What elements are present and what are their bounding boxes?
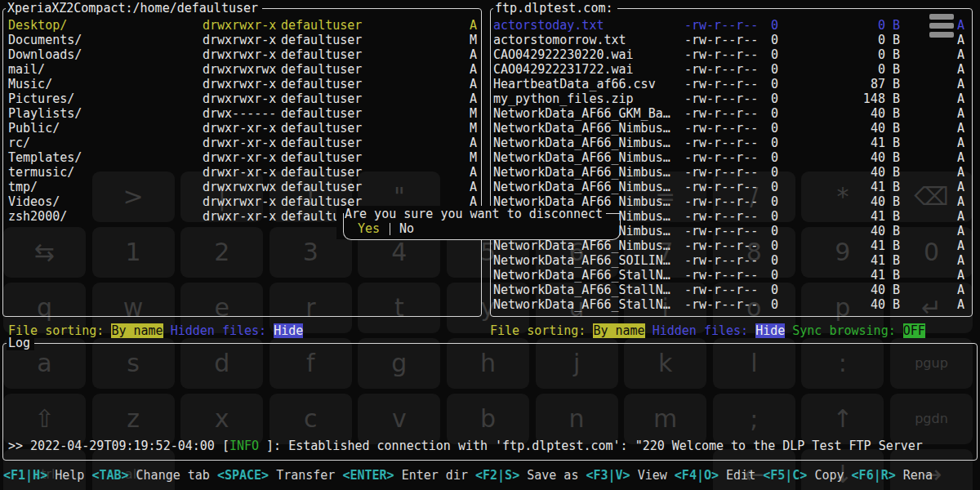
file-flag: A xyxy=(957,91,964,106)
file-name: CAO042922231722.wai xyxy=(493,62,634,77)
file-flag: A xyxy=(957,297,964,312)
file-row[interactable]: actorstoday.txt-rw-r--r--00 BA xyxy=(0,18,980,33)
hotkey-item[interactable]: <F6|R> Rena xyxy=(852,468,933,483)
file-perms: -rw-r--r-- xyxy=(684,150,758,165)
file-row[interactable]: actorstomorrow.txt-rw-r--r--00 BA xyxy=(0,33,980,47)
no-button[interactable]: No xyxy=(399,221,414,236)
remote-hidden-label: Hidden files: xyxy=(645,323,755,338)
hotkey-item[interactable]: <F4|O> Edit xyxy=(675,468,763,483)
file-flag: A xyxy=(957,180,964,194)
hotkey-item[interactable]: <F2|S> Save as xyxy=(475,468,586,483)
file-name: NetworkData_AF66_SOILIN… xyxy=(493,253,670,268)
file-size: 41 B xyxy=(841,238,900,253)
hotkey-item[interactable]: <F5|C> Copy xyxy=(763,468,851,483)
yes-button[interactable]: Yes xyxy=(358,221,380,236)
remote-sort-value[interactable]: By name xyxy=(593,323,644,338)
file-row[interactable]: my_python_files.zip-rw-r--r--0148 BA xyxy=(0,91,980,106)
file-perms: -rw-r--r-- xyxy=(684,47,758,62)
file-name: NetworkData_AF66_Nimbus… xyxy=(493,180,670,194)
file-row[interactable]: HeartbeatData_af66.csv-rw-r--r--087 BA xyxy=(0,77,980,91)
hotkey-item[interactable]: <TAB> Change tab xyxy=(91,468,217,483)
file-row[interactable]: NetworkData_AF66_Nimbus…-rw-r--r--040 BA xyxy=(0,121,980,136)
local-sort-value[interactable]: By name xyxy=(111,323,163,338)
file-flag: A xyxy=(957,47,964,62)
dialog-button-divider xyxy=(390,223,390,235)
file-row[interactable]: NetworkData_AF66_GKM_Ba…-rw-r--r--040 BA xyxy=(0,106,980,121)
file-perms: -rw-r--r-- xyxy=(684,209,758,224)
local-hidden-value[interactable]: Hide xyxy=(274,323,303,338)
file-name: NetworkData_AF66_Nimbus… xyxy=(493,165,670,180)
file-name: NetworkData_AF66_GKM_Ba… xyxy=(493,106,670,121)
file-owner: 0 xyxy=(771,121,778,136)
file-name: NetworkData_AF66_Nimbus… xyxy=(493,136,670,150)
file-size: 40 B xyxy=(841,121,900,136)
file-row[interactable]: NetworkData_AF66_SOILIN…-rw-r--r--041 BA xyxy=(0,253,980,268)
hotkey-item[interactable]: <F1|H> Help xyxy=(3,468,91,483)
file-perms: -rw-r--r-- xyxy=(684,62,758,77)
file-row[interactable]: NetworkData_AF66_Nimbus…-rw-r--r--040 BA xyxy=(0,150,980,165)
file-flag: A xyxy=(957,209,964,224)
file-name: my_python_files.zip xyxy=(493,91,634,106)
log-level-open: [ xyxy=(222,439,229,453)
local-panel-title: XperiaXZ2Compact:/home/defaultuser xyxy=(6,1,262,16)
file-owner: 0 xyxy=(771,136,778,150)
function-key-bar: <F1|H> Help <TAB> Change tab <SPACE> Tra… xyxy=(3,468,933,484)
file-name: actorstomorrow.txt xyxy=(493,33,626,47)
file-row[interactable]: NetworkData_AF66_StallN…-rw-r--r--041 BA xyxy=(0,268,980,283)
file-size: 41 B xyxy=(841,268,900,283)
file-size: 148 B xyxy=(841,91,900,106)
file-size: 0 B xyxy=(841,47,900,62)
hotkey-key: <SPACE> xyxy=(217,468,269,483)
hotkey-item[interactable]: <ENTER> Enter dir xyxy=(342,468,475,483)
file-row[interactable]: CAO042922230220.wai-rw-r--r--00 BA xyxy=(0,47,980,62)
log-prompt: >> xyxy=(8,439,30,453)
hotkey-label: Enter dir xyxy=(394,468,475,483)
file-owner: 0 xyxy=(771,180,778,194)
file-name: actorstoday.txt xyxy=(493,18,604,33)
log-panel-title: Log xyxy=(7,336,34,350)
file-row[interactable]: NetworkData_AF66_Nimbus…-rw-r--r--040 BA xyxy=(0,165,980,180)
hotkey-label: Rena xyxy=(896,468,933,483)
file-size: 41 B xyxy=(841,209,900,224)
file-perms: -rw-r--r-- xyxy=(684,121,758,136)
file-row[interactable]: NetworkData_AF66_Nimbus…-rw-r--r--041 BA xyxy=(0,136,980,150)
file-name: NetworkData_AF66_StallN… xyxy=(493,297,670,312)
file-owner: 0 xyxy=(771,106,778,121)
file-flag: A xyxy=(957,18,964,33)
file-perms: -rw-r--r-- xyxy=(684,238,758,253)
hotkey-key: <F3|V> xyxy=(586,468,630,483)
file-size: 40 B xyxy=(841,150,900,165)
file-row[interactable]: NetworkData_AF66_StallN…-rw-r--r--040 BA xyxy=(0,297,980,312)
file-flag: A xyxy=(957,238,964,253)
file-row[interactable]: NetworkData_AF66_StallN…-rw-r--r--040 BA xyxy=(0,283,980,297)
file-flag: A xyxy=(957,121,964,136)
file-size: 41 B xyxy=(841,253,900,268)
hotkey-label: Change tab xyxy=(129,468,217,483)
file-name: NetworkData_AF66_StallN… xyxy=(493,283,670,297)
file-row[interactable]: NetworkData_AF66_Nimbus…-rw-r--r--041 BA xyxy=(0,238,980,253)
file-perms: -rw-r--r-- xyxy=(684,106,758,121)
file-flag: A xyxy=(957,62,964,77)
file-owner: 0 xyxy=(771,150,778,165)
file-perms: -rw-r--r-- xyxy=(684,136,758,150)
file-flag: A xyxy=(957,253,964,268)
remote-sync-value[interactable]: OFF xyxy=(903,323,925,338)
hotkey-item[interactable]: <SPACE> Transfer xyxy=(217,468,343,483)
log-message: Established connection with 'ftp.dlptest… xyxy=(288,439,923,453)
log-level: INFO xyxy=(229,439,259,453)
hotkey-item[interactable]: <F3|V> View xyxy=(586,468,674,483)
file-row[interactable]: NetworkData_AF66_Nimbus…-rw-r--r--041 BA xyxy=(0,180,980,194)
file-size: 41 B xyxy=(841,180,900,194)
file-owner: 0 xyxy=(771,283,778,297)
file-size: 40 B xyxy=(841,165,900,180)
file-row[interactable]: CAO042922231722.wai-rw-r--r--00 BA xyxy=(0,62,980,77)
hotkey-label: Save as xyxy=(519,468,586,483)
file-perms: -rw-r--r-- xyxy=(684,180,758,194)
terminal-screen: >|!"=/*⌫⇆1234567890qwertyuiop↵asdfghjkl:… xyxy=(0,0,980,490)
remote-sort-label: File sorting: xyxy=(490,323,593,338)
file-perms: -rw-r--r-- xyxy=(684,297,758,312)
file-owner: 0 xyxy=(771,297,778,312)
file-owner: 0 xyxy=(771,194,778,209)
file-owner: 0 xyxy=(771,165,778,180)
remote-hidden-value[interactable]: Hide xyxy=(755,323,785,338)
